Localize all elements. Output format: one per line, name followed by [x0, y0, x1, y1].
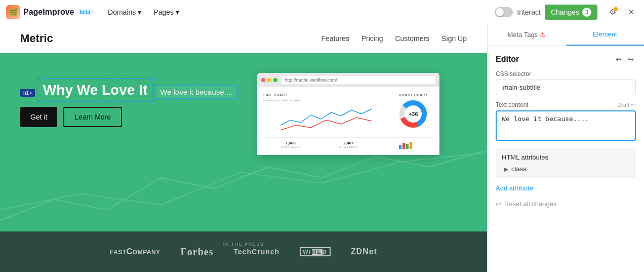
hero-buttons: Get it Learn More: [20, 107, 237, 127]
hero-content: h1> Why We Love It We love it because...…: [20, 73, 237, 231]
svg-rect-6: [410, 142, 412, 149]
press-logo-techcrunch: TechCrunch: [233, 248, 279, 256]
svg-rect-4: [402, 143, 405, 149]
stat2-value: 2,407: [321, 141, 376, 145]
css-selector-label: CSS selector: [496, 70, 636, 77]
logo-icon: 🌿: [6, 5, 20, 19]
draft-label: Draft: [617, 102, 629, 108]
line-chart-desc: Lorem ipsum dolor sit amet: [263, 99, 389, 102]
stat1-label: TOTAL SALES: [263, 145, 317, 148]
logo-badge: beta: [77, 9, 93, 15]
learn-more-button[interactable]: Learn More: [63, 107, 122, 127]
element-tab-label: Element: [593, 30, 617, 38]
pages-label: Pages: [153, 8, 174, 16]
domains-nav-item[interactable]: Domains ▾: [103, 5, 146, 19]
toggle-knob: [496, 8, 504, 16]
donut-chart-label: DONUT CHART: [393, 93, 433, 97]
line-chart-label: LINE CHART: [263, 93, 389, 97]
meta-tags-tab-label: Meta Tags ⚠: [507, 30, 546, 38]
browser-dot-green: [273, 78, 277, 82]
hero-subtitle: We love it because....: [160, 88, 232, 96]
warning-icon: ⚠: [539, 30, 546, 38]
press-logo-forbes: Forbes: [181, 246, 214, 258]
site-hero: h1> Why We Love It We love it because...…: [0, 53, 487, 231]
draft-icon: ↩: [631, 101, 636, 108]
html-attributes-section: HTML attributes ▶ class: [496, 148, 636, 178]
topbar: 🌿 PageImprove beta Domains ▾ Pages ▾ Int…: [0, 0, 644, 24]
site-logo: Metric: [20, 32, 53, 45]
html-attributes-title: HTML attributes: [502, 153, 630, 161]
line-chart-svg: [263, 105, 389, 133]
browser-content: LINE CHART Lorem ipsum dolor sit amet DO…: [257, 87, 439, 155]
browser-url: http://metric.webflow.com/: [285, 77, 337, 83]
undo-button[interactable]: ↩: [614, 54, 624, 64]
undo-redo-controls: ↩ ↪: [614, 54, 636, 64]
settings-icon[interactable]: ⚙: [606, 5, 620, 19]
logo-area: 🌿 PageImprove beta: [6, 5, 93, 19]
class-attribute-item[interactable]: ▶ class: [502, 165, 630, 173]
domains-chevron-icon: ▾: [138, 8, 141, 16]
add-attribute-button[interactable]: Add attribute: [496, 184, 533, 192]
hero-title: Why We Love It: [43, 82, 147, 98]
changes-count-badge: 3: [582, 8, 591, 17]
hero-mockup: http://metric.webflow.com/ LINE CHART Lo…: [257, 73, 467, 231]
topbar-nav: Domains ▾ Pages ▾: [103, 5, 184, 19]
redo-button[interactable]: ↪: [626, 54, 636, 64]
site-nav-pricing[interactable]: Pricing: [361, 34, 383, 43]
interact-label: Interact: [517, 8, 541, 16]
stat1-value: 7,068: [263, 141, 317, 145]
text-content-field: Text content Draft ↩ We love it because.…: [496, 101, 636, 142]
text-content-textarea[interactable]: We love it because....: [496, 110, 636, 141]
domains-label: Domains: [108, 8, 136, 16]
reset-all-button[interactable]: ↩ Reset all changes: [496, 200, 556, 208]
browser-dot-yellow: [267, 78, 271, 82]
main-layout: Metric Features Pricing Customers Sign U…: [0, 24, 644, 272]
class-attribute-name: class: [511, 165, 527, 173]
interact-toggle-switch[interactable]: [495, 7, 513, 17]
site-nav-features[interactable]: Features: [321, 34, 349, 43]
press-logo-wired: WIRED: [300, 247, 331, 256]
reset-icon: ↩: [496, 200, 501, 208]
logo-text: PageImprove: [23, 8, 74, 17]
text-content-label-row: Text content Draft ↩: [496, 101, 636, 108]
reset-label: Reset all changes: [504, 200, 556, 208]
browser-dot-red: [261, 78, 265, 82]
pages-chevron-icon: ▾: [176, 8, 179, 16]
press-bar: IN THE PRESS FASTCOMPANY Forbes TechCrun…: [0, 231, 487, 272]
site-nav-signup[interactable]: Sign Up: [441, 34, 467, 43]
svg-rect-5: [406, 144, 409, 149]
changes-label: Changes: [551, 8, 579, 16]
mini-bar-chart-icon: [399, 141, 414, 149]
pages-nav-item[interactable]: Pages ▾: [148, 5, 184, 19]
editor-title-row: Editor ↩ ↪: [496, 54, 636, 64]
get-it-button[interactable]: Get it: [20, 107, 57, 127]
draft-badge: Draft ↩: [617, 101, 636, 108]
right-panel: Meta Tags ⚠ Element Editor ↩ ↪ CSS selec…: [487, 24, 644, 272]
preview-area: Metric Features Pricing Customers Sign U…: [0, 24, 487, 272]
browser-bar: http://metric.webflow.com/: [257, 73, 439, 87]
panel-tabs: Meta Tags ⚠ Element: [488, 24, 644, 46]
hero-subtitle-box: We love it because....: [155, 85, 237, 99]
donut-value: +36: [409, 111, 418, 117]
class-chevron-icon: ▶: [504, 166, 508, 173]
changes-button[interactable]: Changes 3: [545, 5, 597, 20]
interact-toggle-area: Interact: [495, 7, 541, 17]
panel-body: Editor ↩ ↪ CSS selector Text content Dra…: [488, 46, 644, 272]
browser-mockup: http://metric.webflow.com/ LINE CHART Lo…: [257, 73, 439, 155]
press-label: IN THE PRESS: [223, 242, 264, 247]
site-nav: Features Pricing Customers Sign Up: [321, 34, 467, 43]
press-logo-fastcompany: FASTCOMPANY: [110, 247, 160, 256]
svg-rect-3: [399, 145, 401, 149]
css-selector-field: CSS selector: [496, 70, 636, 95]
hero-title-box: Why We Love It: [37, 78, 153, 102]
tab-element[interactable]: Element: [566, 24, 645, 46]
tab-meta-tags[interactable]: Meta Tags ⚠: [488, 24, 566, 46]
notification-dot: [614, 7, 618, 11]
css-selector-input[interactable]: [496, 80, 636, 95]
site-nav-customers[interactable]: Customers: [395, 34, 430, 43]
editor-title: Editor: [496, 55, 519, 64]
close-icon[interactable]: ✕: [624, 5, 638, 19]
press-logo-zdnet: ZDNet: [351, 247, 377, 256]
h1-badge: h1>: [20, 89, 35, 97]
press-logos: IN THE PRESS FASTCOMPANY Forbes TechCrun…: [20, 246, 467, 258]
